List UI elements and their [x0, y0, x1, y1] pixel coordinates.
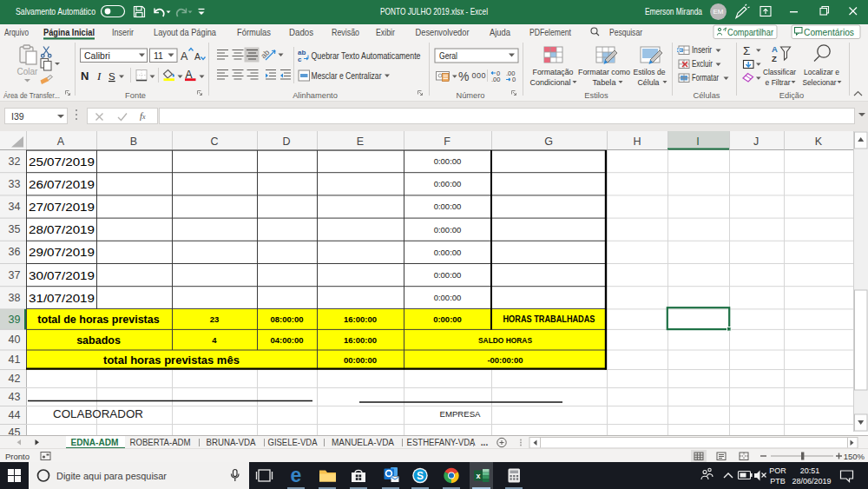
svg-text:F: F	[444, 135, 450, 148]
svg-text:0:00:00: 0:00:00	[434, 156, 462, 166]
svg-text:J: J	[753, 135, 759, 148]
svg-text:Página Inicial: Página Inicial	[43, 27, 95, 37]
svg-text:28/07/2019: 28/07/2019	[29, 223, 95, 236]
svg-text:Digite aqui para pesquisar: Digite aqui para pesquisar	[56, 471, 167, 481]
svg-text:ESTHEFANY-VDA: ESTHEFANY-VDA	[407, 438, 476, 447]
svg-text:POR: POR	[769, 466, 786, 475]
svg-text:A: A	[57, 135, 65, 148]
svg-text:35: 35	[9, 223, 21, 235]
svg-text:000: 000	[472, 71, 487, 80]
svg-text:23: 23	[210, 314, 220, 324]
svg-text:Comentários: Comentários	[804, 28, 854, 37]
svg-text:Pesquisar: Pesquisar	[609, 27, 642, 37]
svg-text:A: A	[181, 50, 188, 63]
svg-text:K: K	[815, 135, 823, 148]
svg-text:Classificar: Classificar	[763, 67, 796, 76]
svg-text:36: 36	[9, 246, 21, 258]
svg-text:sabados: sabados	[76, 334, 121, 347]
svg-text:0:00:00: 0:00:00	[434, 202, 462, 211]
svg-text:42: 42	[9, 373, 21, 385]
svg-text:Colar: Colar	[17, 67, 39, 76]
svg-text:ab: ab	[259, 48, 271, 60]
svg-text:43: 43	[9, 391, 21, 403]
svg-text:Número: Número	[456, 91, 484, 100]
svg-text:e: e	[291, 464, 302, 486]
svg-text:04:00:00: 04:00:00	[270, 335, 303, 345]
svg-text:Formatação: Formatação	[533, 67, 574, 76]
svg-text:B: B	[130, 135, 137, 148]
svg-text:39: 39	[9, 314, 21, 326]
svg-text:x: x	[476, 472, 480, 480]
svg-text:Fonte: Fonte	[125, 91, 146, 100]
svg-text:Calibri: Calibri	[84, 50, 110, 61]
svg-text:08:00:00: 08:00:00	[270, 314, 303, 324]
svg-text:Estilos: Estilos	[584, 91, 608, 100]
svg-text:COLABORADOR: COLABORADOR	[53, 408, 143, 420]
svg-text:PDFelement: PDFelement	[529, 27, 571, 37]
svg-text:-00:00:00: -00:00:00	[487, 355, 523, 365]
svg-text:29/07/2019: 29/07/2019	[29, 246, 95, 259]
svg-text:Pronto: Pronto	[5, 452, 30, 461]
svg-text:0:00:00: 0:00:00	[434, 179, 462, 188]
svg-text:40: 40	[9, 334, 21, 346]
svg-text:ROBERTA-ADM: ROBERTA-ADM	[130, 438, 191, 447]
svg-text:I: I	[696, 135, 699, 148]
svg-text:Salvamento Automático: Salvamento Automático	[16, 6, 95, 17]
svg-text:0:00:00: 0:00:00	[433, 314, 462, 324]
svg-text:PONTO JULHO 2019.xlsx - Exce: PONTO JULHO 2019.xlsx - Excel	[380, 6, 488, 17]
svg-text:Desenvolvedor: Desenvolvedor	[416, 27, 470, 37]
svg-text:11: 11	[154, 50, 163, 61]
svg-text:Localizar e: Localizar e	[804, 67, 839, 76]
svg-text:45: 45	[9, 426, 21, 435]
svg-text:%: %	[458, 69, 469, 83]
svg-text:Formatar como: Formatar como	[578, 67, 630, 76]
svg-text:Estilos de: Estilos de	[634, 67, 666, 76]
svg-text:Z: Z	[772, 54, 777, 63]
svg-text:Arquivo: Arquivo	[4, 27, 29, 37]
svg-text:A: A	[194, 51, 201, 62]
svg-text:Células: Células	[693, 91, 720, 100]
svg-text:c: c	[298, 56, 302, 63]
svg-text:C: C	[210, 135, 218, 148]
svg-text:S: S	[108, 71, 115, 82]
svg-text:Ajuda: Ajuda	[490, 27, 510, 37]
svg-text:GISELE-VDA: GISELE-VDA	[268, 438, 318, 447]
svg-text:Fórmulas: Fórmulas	[237, 27, 271, 37]
svg-text:38: 38	[9, 292, 21, 304]
svg-text:4: 4	[212, 335, 217, 345]
svg-text:16:00:00: 16:00:00	[344, 335, 377, 345]
svg-text:30/07/2019: 30/07/2019	[29, 269, 95, 282]
svg-text:S: S	[417, 470, 424, 482]
svg-text:Compartilhar: Compartilhar	[727, 28, 774, 37]
svg-text:34: 34	[9, 201, 21, 213]
svg-text:HORAS TRABALHADAS: HORAS TRABALHADAS	[503, 314, 595, 324]
svg-text:Mesclar e Centralizar: Mesclar e Centralizar	[312, 71, 383, 81]
svg-text:20:51: 20:51	[800, 466, 820, 475]
svg-text:44: 44	[9, 409, 21, 421]
svg-text:N: N	[81, 69, 89, 83]
svg-text:total de horas previstas: total de horas previstas	[37, 314, 159, 326]
svg-text:Alinhamento: Alinhamento	[293, 91, 338, 100]
svg-text:...: ...	[481, 438, 489, 447]
svg-text:26/07/2019: 26/07/2019	[29, 178, 95, 191]
svg-text:Layout da Página: Layout da Página	[154, 27, 216, 37]
svg-text:Geral: Geral	[439, 50, 457, 61]
svg-text:G: G	[544, 135, 553, 148]
svg-text:EMPRESA: EMPRESA	[440, 409, 482, 419]
svg-text:I: I	[96, 69, 102, 83]
svg-text:BRUNA-VDA: BRUNA-VDA	[207, 438, 256, 447]
svg-text:D: D	[282, 135, 290, 148]
svg-text:Revisão: Revisão	[332, 27, 359, 37]
svg-text:16:00:00: 16:00:00	[344, 314, 377, 324]
svg-text:Inserir: Inserir	[692, 45, 713, 55]
svg-text:Quebrar Texto Automaticamente: Quebrar Texto Automaticamente	[312, 51, 421, 61]
svg-text:150%: 150%	[844, 452, 865, 461]
svg-text:Emerson Miranda: Emerson Miranda	[645, 6, 702, 17]
svg-text:Excluir: Excluir	[692, 59, 713, 69]
svg-text:Área de Transfer...: Área de Transfer...	[3, 91, 60, 100]
svg-text:SALDO HORAS: SALDO HORAS	[478, 335, 532, 345]
svg-text:Condicional: Condicional	[530, 77, 571, 87]
svg-text:Edição: Edição	[779, 91, 804, 100]
svg-text:32: 32	[9, 155, 21, 168]
svg-text:25/07/2019: 25/07/2019	[29, 155, 95, 169]
